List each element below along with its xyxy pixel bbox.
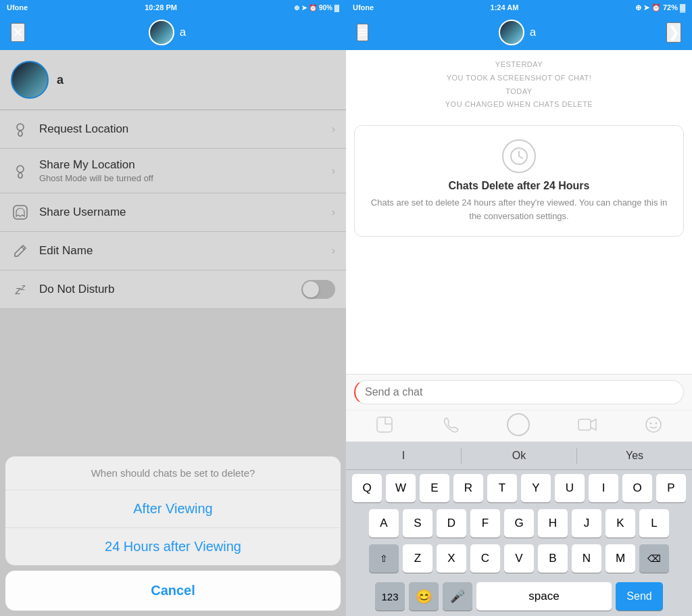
- svg-point-8: [655, 423, 657, 425]
- chat-card-desc: Chats are set to delete 24 hours after t…: [366, 196, 672, 222]
- right-panel: Ufone 1:24 AM ⊕ ➤ ⏰ 72% ▓ ≡ a ❯ YESTERDA…: [346, 0, 692, 616]
- key-k[interactable]: K: [606, 509, 635, 538]
- action-sheet-cancel-group: Cancel: [5, 571, 341, 611]
- time-right: 1:24 AM: [491, 3, 519, 11]
- key-m[interactable]: M: [606, 544, 635, 573]
- key-v[interactable]: V: [504, 544, 534, 573]
- avatar-nav-left: [149, 20, 174, 45]
- camera-button[interactable]: [507, 413, 530, 436]
- key-a[interactable]: A: [369, 509, 399, 538]
- svg-point-7: [649, 423, 651, 425]
- location-icon: ⊕: [294, 4, 299, 11]
- key-j[interactable]: J: [572, 509, 601, 538]
- numbers-key[interactable]: 123: [375, 582, 405, 611]
- chat-input-wrapper: [354, 380, 684, 404]
- carrier-right: Ufone: [353, 3, 374, 11]
- bottom-row: 123 😊 🎤 space Send: [346, 582, 692, 616]
- suggestion-yes[interactable]: Yes: [577, 444, 692, 467]
- nav-bar-left: ✕ a: [0, 15, 346, 50]
- battery-right: 72% ▓: [663, 3, 685, 11]
- nav-center-right: a: [499, 20, 536, 45]
- status-icons-left: ⊕ ➤ ⏰ 90% ▓: [294, 4, 339, 11]
- chevron-right-icon: ❯: [668, 24, 680, 41]
- emoji-button-chat[interactable]: [645, 416, 662, 433]
- keyboard-area: I Ok Yes Q W E R T Y U I O P A S: [346, 442, 692, 616]
- left-content-dimmed: a Request Location ›: [0, 50, 346, 616]
- nav-username-left: a: [180, 26, 186, 39]
- phone-button[interactable]: [441, 416, 459, 433]
- emoji-key[interactable]: 😊: [409, 582, 439, 611]
- key-z[interactable]: Z: [403, 544, 432, 573]
- key-row-3: ⇧ Z X C V B N M ⌫: [349, 544, 689, 573]
- delete-key[interactable]: ⌫: [639, 544, 669, 573]
- key-s[interactable]: S: [403, 509, 432, 538]
- key-w[interactable]: W: [386, 474, 416, 502]
- location-icon-right: ⊕: [635, 3, 641, 11]
- notif-yesterday: YESTERDAY: [354, 58, 684, 72]
- action-sheet: When should chats be set to delete? Afte…: [0, 456, 346, 616]
- mic-key[interactable]: 🎤: [443, 582, 472, 611]
- notif-changed: YOU CHANGED WHEN CHATS DELETE: [354, 98, 684, 112]
- notif-screenshot: YOU TOOK A SCREENSHOT OF CHAT!: [354, 72, 684, 85]
- after-viewing-button[interactable]: After Viewing: [5, 490, 341, 528]
- carrier-left: Ufone: [7, 3, 28, 11]
- nav-center-left: a: [149, 20, 186, 45]
- key-b[interactable]: B: [538, 544, 568, 573]
- key-t[interactable]: T: [487, 474, 517, 502]
- clock-icon: [502, 139, 536, 173]
- key-y[interactable]: Y: [521, 474, 551, 502]
- status-icons-right: ⊕ ➤ ⏰ 72% ▓: [635, 3, 685, 12]
- camera-circle: [507, 413, 530, 436]
- key-g[interactable]: G: [504, 509, 534, 538]
- action-sheet-overlay: When should chats be set to delete? Afte…: [0, 50, 346, 616]
- 24-hours-button[interactable]: 24 Hours after Viewing: [5, 528, 341, 565]
- key-r[interactable]: R: [453, 474, 483, 502]
- notif-today: TODAY: [354, 85, 684, 99]
- gps-icon: ➤: [301, 4, 307, 11]
- svg-rect-5: [578, 419, 591, 430]
- hamburger-icon: ≡: [358, 24, 367, 41]
- alarm-icon: ⏰: [309, 4, 317, 11]
- hamburger-menu-button[interactable]: ≡: [357, 24, 368, 41]
- key-l[interactable]: L: [639, 509, 669, 538]
- chat-spacer: [346, 242, 692, 374]
- key-n[interactable]: N: [572, 544, 601, 573]
- key-x[interactable]: X: [437, 544, 466, 573]
- send-icons-row: [346, 410, 692, 442]
- shift-key[interactable]: ⇧: [369, 544, 399, 573]
- key-p[interactable]: P: [656, 474, 686, 502]
- suggestion-ok[interactable]: Ok: [462, 444, 576, 467]
- close-button[interactable]: ✕: [11, 23, 25, 42]
- key-c[interactable]: C: [470, 544, 500, 573]
- key-o[interactable]: O: [622, 474, 652, 502]
- key-h[interactable]: H: [538, 509, 568, 538]
- left-panel: Ufone 10:28 PM ⊕ ➤ ⏰ 90% ▓ ✕ a a: [0, 0, 346, 616]
- suggestion-i[interactable]: I: [346, 444, 461, 467]
- key-q[interactable]: Q: [352, 474, 382, 502]
- video-button[interactable]: [578, 418, 597, 431]
- key-row-2: A S D F G H J K L: [349, 509, 689, 538]
- camera-inner: [512, 419, 524, 431]
- send-key[interactable]: Send: [616, 582, 663, 611]
- avatar-nav-right: [499, 20, 524, 45]
- chat-input[interactable]: [354, 380, 684, 404]
- key-f[interactable]: F: [470, 509, 500, 538]
- key-row-1: Q W E R T Y U I O P: [349, 474, 689, 502]
- sticker-button[interactable]: [376, 416, 393, 433]
- close-icon: ✕: [12, 25, 24, 40]
- next-button[interactable]: ❯: [666, 22, 681, 43]
- alarm-icon-right: ⏰: [651, 3, 661, 11]
- gps-icon-right: ➤: [643, 3, 649, 11]
- space-key[interactable]: space: [476, 582, 612, 611]
- battery-left: 90% ▓: [319, 4, 339, 11]
- status-bar-left: Ufone 10:28 PM ⊕ ➤ ⏰ 90% ▓: [0, 0, 346, 15]
- key-u[interactable]: U: [555, 474, 585, 502]
- action-sheet-title: When should chats be set to delete?: [5, 456, 341, 490]
- chat-input-area: [346, 374, 692, 410]
- key-e[interactable]: E: [420, 474, 449, 502]
- key-d[interactable]: D: [437, 509, 466, 538]
- keyboard-rows: Q W E R T Y U I O P A S D F G H J K: [346, 470, 692, 582]
- cancel-button[interactable]: Cancel: [5, 571, 341, 611]
- nav-bar-right: ≡ a ❯: [346, 15, 692, 50]
- key-i[interactable]: I: [589, 474, 618, 502]
